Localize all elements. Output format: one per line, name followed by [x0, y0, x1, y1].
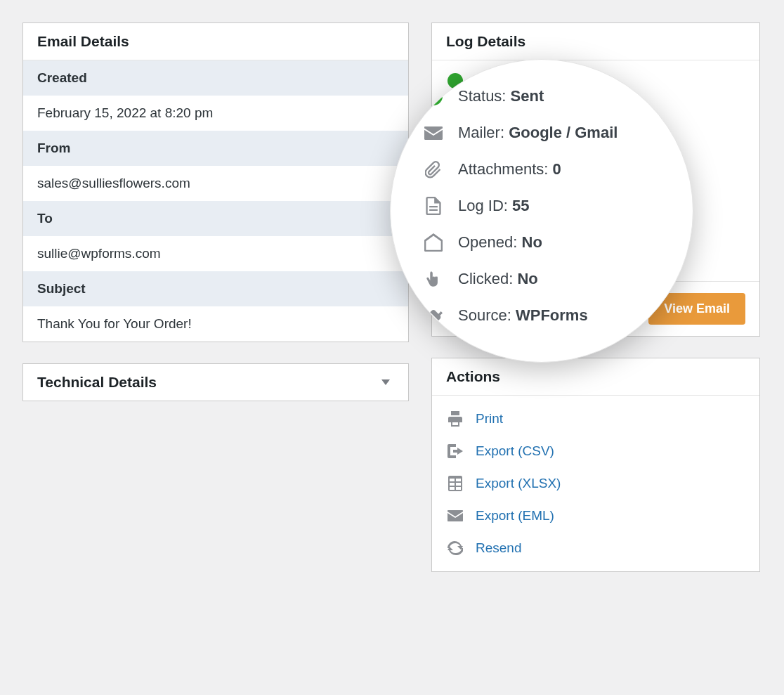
log-details-title: Log Details	[432, 23, 759, 60]
technical-details-panel[interactable]: Technical Details	[22, 363, 409, 401]
refresh-icon	[446, 541, 464, 555]
from-value: sales@sulliesflowers.com	[23, 166, 408, 201]
chevron-down-icon	[381, 379, 390, 385]
lens-attachments-row: Attachments: 0	[423, 151, 660, 188]
mail-icon	[446, 510, 464, 521]
lens-clicked-value: No	[517, 270, 537, 287]
lens-opened-label: Opened:	[458, 233, 517, 251]
lens-logid-value: 55	[512, 197, 529, 214]
lens-opened-value: No	[522, 233, 542, 251]
action-export-csv-label: Export (CSV)	[476, 443, 554, 459]
lens-status-label: Status:	[458, 87, 506, 105]
created-label: Created	[23, 60, 408, 96]
action-export-eml-label: Export (EML)	[476, 508, 554, 524]
to-label: To	[23, 201, 408, 236]
lens-clicked-row: Clicked: No	[423, 261, 660, 297]
export-icon	[446, 444, 464, 458]
lens-source-row: Source: WPForms	[423, 297, 660, 334]
action-print[interactable]: Print	[432, 403, 759, 435]
action-resend-label: Resend	[476, 540, 522, 556]
action-export-xlsx-label: Export (XLSX)	[476, 476, 561, 491]
lens-source-value: WPForms	[516, 306, 588, 324]
lens-status-row: Status: Sent	[423, 78, 660, 115]
email-details-title: Email Details	[23, 23, 408, 60]
action-export-eml[interactable]: Export (EML)	[432, 500, 759, 532]
lens-logid-label: Log ID:	[458, 197, 508, 214]
lens-mailer-label: Mailer:	[458, 124, 504, 141]
print-icon	[446, 411, 464, 427]
document-icon	[423, 197, 444, 215]
table-icon	[446, 476, 464, 491]
created-value: February 15, 2022 at 8:20 pm	[23, 96, 408, 131]
actions-title: Actions	[432, 358, 759, 396]
action-print-label: Print	[476, 411, 503, 427]
lens-logid-row: Log ID: 55	[423, 188, 660, 224]
action-resend[interactable]: Resend	[432, 532, 759, 564]
lens-attachments-label: Attachments:	[458, 160, 548, 178]
subject-label: Subject	[23, 271, 408, 306]
from-label: From	[23, 131, 408, 166]
to-value: sullie@wpforms.com	[23, 236, 408, 271]
paperclip-icon	[423, 160, 444, 178]
envelope-open-icon	[423, 233, 444, 252]
lens-source-label: Source:	[458, 306, 511, 324]
lens-opened-row: Opened: No	[423, 224, 660, 261]
action-export-csv[interactable]: Export (CSV)	[432, 435, 759, 467]
envelope-icon	[423, 126, 444, 140]
lens-mailer-value: Google / Gmail	[509, 124, 618, 141]
actions-panel: Actions Print Export (CSV)	[431, 358, 760, 572]
lens-clicked-label: Clicked:	[458, 270, 513, 287]
lens-mailer-row: Mailer: Google / Gmail	[423, 115, 660, 151]
email-details-panel: Email Details Created February 15, 2022 …	[22, 22, 409, 342]
pointer-icon	[423, 270, 444, 288]
technical-details-title: Technical Details	[37, 374, 157, 391]
lens-attachments-value: 0	[553, 160, 561, 178]
action-export-xlsx[interactable]: Export (XLSX)	[432, 467, 759, 500]
subject-value: Thank You for Your Order!	[23, 306, 408, 342]
magnifier-overlay: Status: Sent Mailer: Google / Gmail Atta…	[390, 59, 693, 363]
lens-status-value: Sent	[511, 87, 544, 105]
